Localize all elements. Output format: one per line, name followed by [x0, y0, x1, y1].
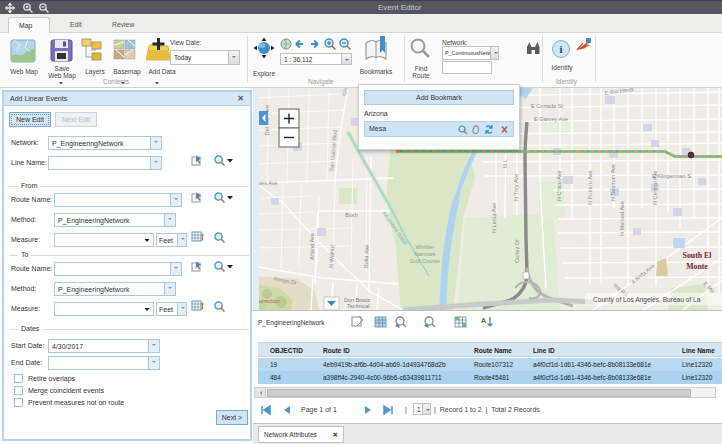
svg-text:N Chico Ave: N Chico Ave — [556, 170, 562, 201]
svg-text:Whittier: Whittier — [416, 244, 435, 250]
svg-text:surrection: surrection — [256, 298, 280, 304]
svg-text:E Klingerman S: E Klingerman S — [652, 173, 691, 179]
svg-text:A: A — [481, 317, 486, 324]
svg-text:N Merced Ave: N Merced Ave — [619, 201, 625, 236]
svg-text:Narrows: Narrows — [415, 251, 436, 257]
svg-text:County of Los Angeles, Bureau: County of Los Angeles, Bureau of La — [593, 296, 701, 304]
svg-text:N Lema Ave: N Lema Ave — [491, 203, 497, 233]
svg-text:Arland Ave: Arland Ave — [309, 233, 315, 260]
svg-text:N Troy Ave: N Troy Ave — [513, 174, 519, 201]
svg-text:i: i — [559, 43, 562, 55]
svg-text:N Seaman Ave: N Seaman Ave — [610, 164, 616, 201]
svg-text:Golf Course: Golf Course — [410, 258, 440, 264]
svg-text:Bella Ave: Bella Ave — [363, 245, 370, 268]
svg-text:N L: N L — [502, 159, 508, 168]
svg-text:Monte: Monte — [686, 262, 708, 271]
svg-text:Bush: Bush — [345, 212, 358, 218]
svg-text:South El: South El — [683, 251, 713, 260]
svg-text:Technical: Technical — [347, 303, 369, 309]
svg-text:E Cortada St: E Cortada St — [531, 103, 563, 109]
svg-text:E Garvey Ave: E Garvey Ave — [534, 116, 568, 122]
svg-text:wes Ave: wes Ave — [256, 180, 278, 186]
svg-text:N Potrero Ave: N Potrero Ave — [587, 170, 593, 205]
svg-text:Cortez Dr: Cortez Dr — [514, 239, 520, 263]
svg-text:N Walnut: N Walnut — [328, 245, 335, 269]
